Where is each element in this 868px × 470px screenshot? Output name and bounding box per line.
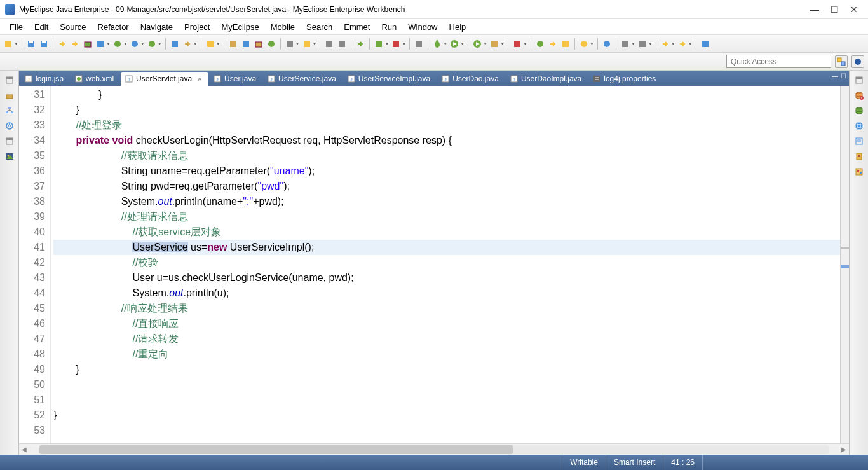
code-line[interactable]: //处理登录	[53, 118, 840, 133]
code-line[interactable]: }	[53, 87, 840, 102]
code-line[interactable]: UserService us=new UserServiceImpl();	[53, 240, 840, 255]
cut-icon[interactable]	[323, 38, 335, 50]
open-perspective-button[interactable]	[835, 55, 848, 68]
code-line[interactable]: //处理请求信息	[53, 209, 840, 225]
ext-tools-icon[interactable]	[512, 38, 523, 50]
minimize-button[interactable]: —	[810, 4, 819, 15]
code-line[interactable]: //重定向	[53, 347, 840, 362]
db-browser-icon[interactable]: x	[853, 90, 865, 101]
restore-view-icon-2[interactable]	[4, 135, 15, 147]
editor-tab[interactable]: JUserDaoImpl.java	[506, 72, 588, 86]
navigator-icon[interactable]	[4, 120, 15, 132]
shrink-icon[interactable]	[390, 38, 402, 50]
minimap-icon[interactable]	[853, 151, 865, 162]
dropdown-arrow-icon[interactable]: ▼	[483, 41, 487, 46]
image-preview-icon[interactable]	[4, 151, 15, 162]
code-line[interactable]: String uname=req.getParameter("uname");	[53, 163, 840, 179]
code-line[interactable]: }	[53, 408, 840, 423]
code-line[interactable]: String pwd=req.getParameter("pwd");	[53, 179, 840, 194]
dropdown-arrow-icon[interactable]: ▼	[14, 41, 18, 46]
menu-emmet[interactable]: Emmet	[338, 20, 376, 34]
maximize-editor-icon[interactable]: ☐	[841, 73, 846, 79]
globe-icon[interactable]	[853, 120, 865, 132]
dropdown-arrow-icon[interactable]: ▼	[671, 41, 675, 46]
new-icon[interactable]	[3, 38, 14, 50]
save-all-icon[interactable]	[38, 38, 50, 50]
menu-navigate[interactable]: Navigate	[135, 20, 179, 34]
package-icon[interactable]	[253, 38, 264, 50]
run-icon[interactable]	[449, 38, 460, 50]
restore-view-icon-3[interactable]	[853, 74, 865, 86]
code-line[interactable]: //校验	[53, 255, 840, 270]
menu-run[interactable]: Run	[376, 20, 402, 34]
refresh-icon[interactable]	[182, 38, 193, 50]
copy-icon[interactable]	[336, 38, 348, 50]
editor-tab[interactable]: web.xml	[71, 72, 120, 86]
horizontal-scrollbar[interactable]: ◀ ▶	[19, 443, 849, 455]
hierarchy-icon[interactable]	[284, 38, 295, 50]
code-line[interactable]: //获取service层对象	[53, 225, 840, 240]
abbrev-icon[interactable]	[373, 38, 384, 50]
code-line[interactable]: private void checkUserLogin(HttpServletR…	[53, 133, 840, 148]
dropdown-arrow-icon[interactable]: ▼	[158, 41, 162, 46]
pin-icon[interactable]	[413, 38, 424, 50]
folder-icon[interactable]	[227, 38, 239, 50]
code-line[interactable]: System.out.println(u);	[53, 286, 840, 301]
browser-icon[interactable]	[129, 38, 140, 50]
stop-server-icon[interactable]	[112, 38, 123, 50]
open-type-icon[interactable]	[240, 38, 252, 50]
editor-tab[interactable]: Jlogin.jsp	[20, 72, 70, 86]
restore-view-icon[interactable]	[4, 74, 15, 86]
dropdown-arrow-icon[interactable]: ▼	[193, 41, 198, 46]
dropdown-arrow-icon[interactable]: ▼	[443, 41, 447, 46]
dropdown-arrow-icon[interactable]: ▼	[648, 41, 653, 46]
code-line[interactable]	[53, 423, 840, 438]
close-button[interactable]: ✕	[850, 4, 858, 15]
dropdown-arrow-icon[interactable]: ▼	[106, 41, 111, 46]
menu-help[interactable]: Help	[444, 20, 472, 34]
code-line[interactable]	[53, 392, 840, 408]
overview-ruler[interactable]	[840, 86, 849, 443]
code-line[interactable]	[53, 377, 840, 392]
menu-myeclipse[interactable]: MyEclipse	[215, 20, 264, 34]
outline-icon[interactable]	[853, 135, 865, 147]
menu-window[interactable]: Window	[402, 20, 443, 34]
forward-icon[interactable]	[677, 38, 688, 50]
dropdown-arrow-icon[interactable]: ▼	[523, 41, 527, 46]
code-line[interactable]: //获取请求信息	[53, 148, 840, 163]
editor-tab[interactable]: JUserServiceImpl.java	[343, 72, 437, 86]
maximize-button[interactable]: ☐	[831, 4, 839, 15]
menu-search[interactable]: Search	[301, 20, 338, 34]
quick-access-input[interactable]	[726, 55, 831, 68]
start-server-icon[interactable]	[146, 38, 158, 50]
wrap-icon[interactable]	[355, 38, 366, 50]
dropdown-arrow-icon[interactable]: ▼	[123, 41, 128, 46]
dropdown-arrow-icon[interactable]: ▼	[688, 41, 693, 46]
dropdown-arrow-icon[interactable]: ▼	[500, 41, 505, 46]
editor-tab[interactable]: JUserServlet.java✕	[121, 72, 208, 86]
jsp-icon[interactable]	[169, 38, 180, 50]
dropdown-arrow-icon[interactable]: ▼	[140, 41, 145, 46]
save-icon[interactable]	[25, 38, 37, 50]
import-icon[interactable]	[301, 38, 313, 50]
code-line[interactable]: //请求转发	[53, 331, 840, 347]
search2-icon[interactable]	[601, 38, 613, 50]
close-tab-icon[interactable]: ✕	[197, 76, 202, 83]
redo-icon[interactable]	[69, 38, 81, 50]
java-ee-perspective-button[interactable]	[851, 55, 864, 68]
dropdown-arrow-icon[interactable]: ▼	[384, 41, 389, 46]
annotation-icon[interactable]	[620, 38, 631, 50]
sync-icon[interactable]	[547, 38, 559, 50]
last-edit-icon[interactable]	[700, 38, 711, 50]
menu-refactor[interactable]: Refactor	[92, 20, 135, 34]
dropdown-arrow-icon[interactable]: ▼	[216, 41, 220, 46]
class-icon[interactable]	[266, 38, 277, 50]
menu-source[interactable]: Source	[54, 20, 92, 34]
code-line[interactable]: System.out.println(uname+":"+pwd);	[53, 194, 840, 209]
db-icon[interactable]	[853, 105, 865, 116]
menu-project[interactable]: Project	[179, 20, 215, 34]
editor-tab[interactable]: JUserService.java	[263, 72, 342, 86]
menu-edit[interactable]: Edit	[29, 20, 54, 34]
code-line[interactable]: }	[53, 362, 840, 377]
editor-tab[interactable]: JUser.java	[209, 72, 262, 86]
